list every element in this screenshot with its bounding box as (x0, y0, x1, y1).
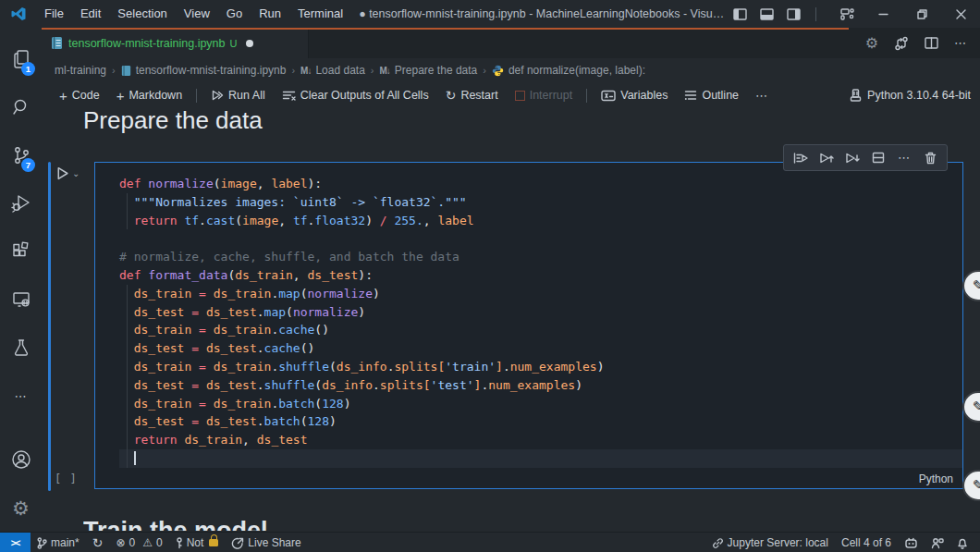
trash-icon (925, 152, 937, 165)
switch-kernel-sync-icon[interactable] (894, 36, 909, 51)
execute-above-icon (819, 152, 834, 165)
add-markdown-cell-button[interactable]: + Markdown (110, 86, 189, 105)
split-cell-button[interactable] (867, 148, 889, 168)
code-line[interactable] (119, 229, 957, 248)
code-line[interactable]: """Normalizes images: `uint8` -> `float3… (119, 193, 957, 212)
run-by-line-button[interactable] (790, 148, 812, 168)
restart-kernel-button[interactable]: ↻ Restart (439, 86, 505, 104)
account-icon (10, 448, 32, 471)
code-line[interactable]: return ds_train, ds_test (119, 431, 957, 449)
cell-focus-indicator[interactable] (48, 162, 51, 491)
sidebar-item-search[interactable] (0, 83, 42, 131)
breadcrumb-section-prepare-data[interactable]: Prepare the data (395, 64, 477, 77)
menu-edit[interactable]: Edit (72, 0, 109, 28)
sidebar-item-remote-explorer[interactable] (0, 276, 42, 324)
git-sync-button[interactable]: ↻ (86, 533, 110, 552)
outline-button[interactable]: Outline (678, 86, 745, 104)
activity-bar-more-button[interactable]: ⋯ (0, 372, 42, 420)
kernel-picker[interactable]: Python 3.10.4 64-bit (850, 89, 971, 102)
code-line[interactable]: ds_test = ds_test.shuffle(ds_info.splits… (119, 376, 957, 395)
interrupt-kernel-button[interactable]: Interrupt (508, 86, 580, 104)
code-line[interactable]: ds_test = ds_test.batch(128) (119, 412, 957, 431)
remote-indicator[interactable]: >< (0, 533, 31, 552)
execute-cell-and-below-button[interactable] (841, 148, 864, 168)
run-all-button[interactable]: Run All (204, 86, 272, 104)
remote-icon: >< (11, 538, 20, 548)
restore-button[interactable] (902, 0, 941, 28)
modified-dot-icon[interactable] (246, 40, 253, 47)
editor-settings-gear-icon[interactable]: ⚙ (865, 36, 878, 51)
delete-cell-button[interactable] (919, 148, 941, 168)
menu-go[interactable]: Go (218, 0, 251, 28)
next-markdown-cell-clipped[interactable]: Train the model (83, 517, 268, 531)
pencil-icon: ✎ (973, 477, 980, 494)
sidebar-item-run-debug[interactable] (0, 179, 42, 227)
code-line[interactable]: ds_train = ds_train.shuffle(ds_info.spli… (119, 358, 957, 376)
lock-icon (209, 539, 218, 546)
split-cell-icon (872, 152, 885, 164)
code-line[interactable]: ds_train = ds_train.map(normalize) (119, 285, 957, 303)
breadcrumb-file[interactable]: tensorflow-mnist-training.ipynb (136, 64, 287, 77)
menu-run[interactable]: Run (251, 0, 289, 28)
code-line[interactable]: def normalize(image, label): (119, 175, 957, 193)
code-line[interactable]: return tf.cast(image, tf.float32) / 255.… (119, 212, 957, 230)
run-and-debug-icon (10, 192, 32, 215)
chevron-right-icon: › (483, 65, 486, 76)
execute-above-cells-button[interactable] (815, 148, 838, 168)
markdown-heading-prepare-the-data[interactable]: Prepare the data (83, 108, 263, 135)
activity-bar: 1 7 (0, 28, 42, 532)
toggle-secondary-sidebar-icon[interactable] (787, 8, 801, 20)
run-cell-button[interactable]: ⌄ (55, 166, 80, 181)
menu-terminal[interactable]: Terminal (289, 0, 351, 28)
code-line[interactable]: # normalize, cache, shuffle, and batch t… (119, 248, 957, 266)
code-line[interactable]: ds_test = ds_test.map(normalize) (119, 303, 957, 322)
jupyter-server-status[interactable]: Jupyter Server: local (705, 533, 835, 552)
error-icon: ⊗ (116, 536, 125, 549)
breadcrumb-folder[interactable]: ml-training (55, 64, 106, 77)
editor-more-actions-icon[interactable]: ⋯ (954, 36, 967, 50)
split-editor-icon[interactable] (925, 37, 938, 49)
code-line[interactable] (119, 449, 962, 468)
breadcrumb-section-load-data[interactable]: Load data (315, 64, 364, 77)
minimize-button[interactable] (864, 0, 902, 28)
menu-selection[interactable]: Selection (109, 0, 175, 28)
cell-position-status[interactable]: Cell 4 of 6 (835, 533, 898, 552)
play-icon (55, 166, 70, 181)
customize-layout-icon[interactable] (840, 8, 854, 20)
git-branch-status[interactable]: main* (31, 533, 86, 552)
breadcrumb-symbol[interactable]: def normalize(image, label): (508, 64, 645, 77)
code-line[interactable]: ds_test = ds_test.cache() (119, 339, 957, 358)
menu-view[interactable]: View (176, 0, 218, 28)
code-area[interactable]: def normalize(image, label): """Normaliz… (119, 175, 957, 468)
manage-settings-button[interactable]: ⚙ (0, 484, 42, 532)
indent-guide (127, 285, 128, 468)
tab-label: tensorflow-mnist-training.ipynb (68, 37, 226, 50)
sidebar-item-source-control[interactable]: 7 (0, 131, 42, 179)
feedback-button[interactable] (925, 533, 950, 552)
code-line[interactable]: ds_train = ds_train.cache() (119, 321, 957, 339)
sidebar-item-extensions[interactable] (0, 227, 42, 276)
cell-more-actions-button[interactable]: ⋯ (893, 148, 915, 168)
code-line[interactable]: def format_data(ds_train, ds_test): (119, 266, 957, 285)
sidebar-item-explorer[interactable]: 1 (0, 35, 42, 83)
status-bar: >< main* ↻ ⊗ 0 ⚠ 0 Not (0, 532, 980, 552)
notifications-button[interactable] (950, 533, 974, 552)
cell-language-label[interactable]: Python (919, 472, 953, 485)
sidebar-item-testing[interactable] (0, 324, 42, 372)
toolbar-more-button[interactable]: ⋯ (749, 86, 775, 105)
problems-status[interactable]: ⊗ 0 ⚠ 0 (109, 533, 168, 552)
toggle-panel-icon[interactable] (760, 8, 774, 20)
clear-outputs-button[interactable]: Clear Outputs of All Cells (276, 86, 435, 104)
add-code-cell-button[interactable]: + Code (53, 86, 106, 105)
variables-button[interactable]: Variables (594, 86, 674, 104)
code-line[interactable]: ds_train = ds_train.batch(128) (119, 395, 957, 413)
close-window-button[interactable] (941, 0, 980, 28)
copilot-status[interactable] (898, 533, 925, 552)
text-cursor (134, 451, 136, 465)
account-button[interactable] (0, 435, 42, 484)
not-secure-status[interactable]: Not (169, 533, 226, 552)
tab-tensorflow-mnist-training[interactable]: tensorflow-mnist-training.ipynb U (42, 28, 309, 58)
live-share-button[interactable]: Live Share (225, 533, 307, 552)
toggle-primary-sidebar-icon[interactable] (733, 8, 747, 20)
menu-file[interactable]: File (36, 0, 72, 28)
